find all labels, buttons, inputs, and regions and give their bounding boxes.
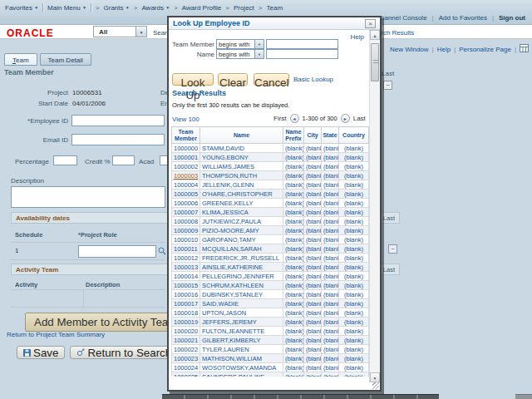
cell-link-country[interactable]: (blank): [344, 245, 363, 253]
cell-link-prefix[interactable]: (blank): [285, 190, 304, 198]
cell-link-city[interactable]: (blank): [306, 254, 322, 262]
help-link[interactable]: Help: [437, 46, 451, 53]
breadcrumb-item-team[interactable]: Team: [266, 4, 283, 12]
project-role-input[interactable]: [78, 245, 156, 258]
cancel-button[interactable]: Cancel: [254, 73, 289, 86]
cell-link-name[interactable]: PELLEGRINO,JENNIFER: [202, 273, 274, 280]
availability-last-link[interactable]: Last: [383, 214, 395, 222]
cell-link-prefix[interactable]: (blank): [285, 154, 304, 161]
cell-link-state[interactable]: (blank): [323, 309, 339, 317]
cell-link-country[interactable]: (blank): [344, 337, 363, 344]
cell-link-prefix[interactable]: (blank): [285, 236, 304, 244]
cell-link-prefix[interactable]: (blank): [285, 200, 304, 207]
cell-link-id[interactable]: 1000017: [174, 300, 198, 308]
cell-link-prefix[interactable]: (blank): [285, 364, 304, 372]
cell-link-country[interactable]: (blank): [344, 355, 363, 362]
cell-link-name[interactable]: AINSLIE,KATHERINE: [202, 264, 263, 271]
cell-link-city[interactable]: (blank): [306, 282, 322, 289]
cell-link-city[interactable]: (blank): [306, 236, 322, 244]
cell-link-country[interactable]: (blank): [344, 227, 363, 234]
cell-link-name[interactable]: O'HARE,CHRISTOPHER: [202, 190, 273, 198]
cell-link-id[interactable]: 1000000: [174, 145, 198, 152]
percentage-input[interactable]: [53, 155, 77, 165]
cell-link-prefix[interactable]: (blank): [285, 163, 304, 170]
tab-team[interactable]: Team: [4, 53, 37, 66]
cell-link-city[interactable]: (blank): [306, 364, 322, 372]
cell-link-state[interactable]: (blank): [323, 373, 339, 377]
cell-link-city[interactable]: (blank): [306, 346, 322, 353]
name-criteria-input[interactable]: [266, 49, 338, 59]
cell-link-name[interactable]: SAUNDERS,PAULINE: [202, 373, 264, 377]
cell-link-prefix[interactable]: (blank): [285, 218, 304, 225]
cell-link-name[interactable]: THOMPSON,RUTH: [202, 172, 257, 180]
tab-team-detail[interactable]: Team Detail: [40, 53, 91, 66]
cell-link-state[interactable]: (blank): [323, 163, 339, 170]
cell-link-city[interactable]: (blank): [306, 200, 322, 207]
cell-link-name[interactable]: TYLER,LAUREN: [202, 346, 249, 353]
cell-link-country[interactable]: (blank): [344, 209, 363, 216]
cell-link-country[interactable]: (blank): [344, 309, 363, 317]
team-member-operator-dropdown[interactable]: begins with ▼: [216, 39, 264, 49]
cell-link-id[interactable]: 1000022: [174, 346, 198, 353]
breadcrumb-item-project[interactable]: Project: [234, 4, 254, 12]
cell-link-state[interactable]: (blank): [323, 172, 339, 180]
cell-link-country[interactable]: (blank): [344, 145, 363, 152]
cell-link-id[interactable]: 1000014: [174, 273, 198, 280]
cell-link-city[interactable]: (blank): [306, 227, 322, 234]
cell-link-state[interactable]: (blank): [323, 181, 339, 189]
cell-link-prefix[interactable]: (blank): [285, 309, 304, 317]
cell-link-prefix[interactable]: (blank): [285, 172, 304, 180]
favorites-menu[interactable]: Favorites ▼: [5, 4, 38, 12]
cell-link-id[interactable]: 1000004: [174, 181, 198, 189]
cell-link-state[interactable]: (blank): [323, 209, 339, 216]
column-header[interactable]: City: [304, 127, 322, 144]
cell-link-country[interactable]: (blank): [344, 190, 363, 198]
cell-link-name[interactable]: WOSOTOWSKY,AMANDA: [202, 364, 276, 372]
cell-link-state[interactable]: (blank): [323, 355, 339, 362]
cell-link-country[interactable]: (blank): [344, 254, 363, 262]
cell-link-country[interactable]: (blank): [344, 282, 363, 289]
clear-button[interactable]: Clear: [218, 73, 248, 86]
cell-link-city[interactable]: (blank): [306, 328, 322, 335]
cell-link-country[interactable]: (blank): [344, 236, 363, 244]
cell-link-country[interactable]: (blank): [344, 154, 363, 161]
cell-link-state[interactable]: (blank): [323, 190, 339, 198]
cell-link-id[interactable]: 1000001: [174, 154, 198, 161]
cell-link-id[interactable]: 1000006: [174, 200, 198, 207]
cell-link-city[interactable]: (blank): [306, 318, 322, 326]
email-id-input[interactable]: [71, 134, 165, 145]
scroll-up-icon[interactable]: ▲: [370, 30, 380, 40]
cell-link-prefix[interactable]: (blank): [285, 181, 304, 189]
cell-link-country[interactable]: (blank): [344, 264, 363, 271]
sign-out-link[interactable]: Sign out: [499, 14, 525, 22]
dialog-scrollbar[interactable]: ▲ ▼: [369, 30, 380, 382]
cell-link-country[interactable]: (blank): [344, 364, 363, 372]
cell-link-name[interactable]: SAID,WADIE: [202, 300, 239, 308]
cell-link-prefix[interactable]: (blank): [285, 209, 304, 216]
scroll-area-last-link[interactable]: Last: [382, 70, 394, 77]
cell-link-name[interactable]: YOUNG,EBONY: [202, 154, 249, 161]
chevron-down-icon[interactable]: ▼: [135, 27, 146, 37]
cell-link-prefix[interactable]: (blank): [285, 291, 304, 298]
cell-link-name[interactable]: FREDERICK,JR.,RUSSELL: [202, 254, 279, 262]
cell-link-prefix[interactable]: (blank): [285, 337, 304, 344]
last-page-link[interactable]: Last: [353, 115, 366, 122]
search-scope-dropdown[interactable]: All ▼: [93, 26, 147, 37]
cell-link-state[interactable]: (blank): [323, 273, 339, 280]
lookup-magnifier-icon[interactable]: [158, 247, 166, 257]
previous-page-icon[interactable]: ◄: [290, 114, 299, 123]
cell-link-prefix[interactable]: (blank): [285, 318, 304, 326]
cell-link-id[interactable]: 1000003: [174, 172, 198, 180]
cell-link-country[interactable]: (blank): [344, 300, 363, 308]
team-member-criteria-input[interactable]: [266, 39, 338, 49]
save-button[interactable]: Save: [17, 346, 65, 359]
cell-link-prefix[interactable]: (blank): [285, 145, 304, 152]
return-to-search-button[interactable]: Return to Search: [70, 346, 178, 359]
cell-link-state[interactable]: (blank): [323, 264, 339, 271]
cell-link-country[interactable]: (blank): [344, 163, 363, 170]
cell-link-name[interactable]: STAMM,DAVID: [202, 145, 244, 152]
cell-link-name[interactable]: DUBINSKY,STANLEY: [202, 291, 263, 298]
cell-link-name[interactable]: SCHRUM,KATHLEEN: [202, 282, 264, 289]
cell-link-name[interactable]: GREENEE,KELLY: [202, 200, 254, 207]
cell-link-id[interactable]: 1000010: [174, 236, 198, 244]
